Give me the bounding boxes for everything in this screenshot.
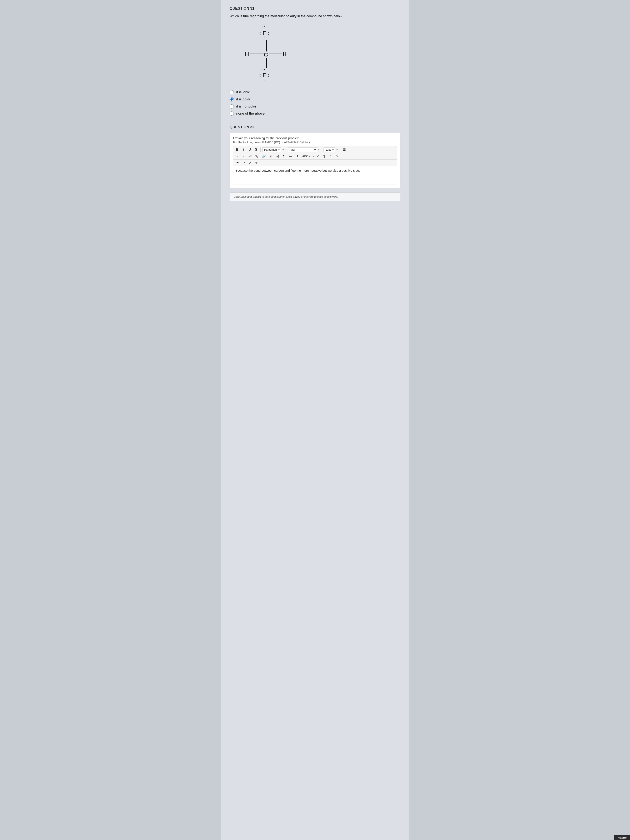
fontsize-chevron: ▾ [336,148,338,151]
subscript-button[interactable]: X₂ [254,154,260,158]
font-select[interactable]: Arial Times New Roman Courier New [288,147,317,152]
page-container: QUESTION 31 Which is true regarding the … [221,0,409,840]
choice-nonpolar[interactable]: it is nonpolar [230,104,400,109]
footer-bar: Click Save and Submit to save and submit… [230,193,400,201]
paragraph-chevron: ▾ [282,148,284,151]
svg-text:H: H [283,51,287,57]
svg-text:: F :: : F : [259,72,269,78]
radio-nonpolar[interactable] [230,104,234,109]
toolbar-separator-3 [322,147,322,152]
svg-text:•  •: • • [262,25,265,28]
svg-text:H: H [245,51,249,57]
radio-ionic[interactable] [230,90,234,95]
quotes-button[interactable]: ❝ [328,154,333,158]
label-polar: it is polar [236,97,250,101]
spellcheck-chevron: ▾ [313,155,314,158]
check-button[interactable]: ✓ [315,154,321,158]
show-blocks-button[interactable]: »¶ [275,154,281,158]
question-31-text: Which is true regarding the molecular po… [230,14,400,19]
radio-none[interactable] [230,112,234,115]
fontsize-select[interactable]: 10pt 12pt 14pt 16pt [324,147,335,152]
paragraph-select[interactable]: Paragraph Heading 1 Heading 2 [262,147,281,152]
q32-intro-text: Explain your reasoning for the previous … [233,136,397,140]
italic-button[interactable]: I [241,147,246,152]
list-button[interactable]: ☰ [342,147,347,152]
spellcheck-button[interactable]: ABC✓ [301,154,312,158]
indent-increase-button[interactable]: ≡ [241,154,246,158]
bold-button[interactable]: B [235,147,240,152]
choice-polar[interactable]: it is polar [230,97,400,101]
omega-button[interactable]: Ω [334,154,339,158]
footer-text: Click Save and Submit to save and submit… [234,195,338,198]
upload-button[interactable]: ⬆ [295,154,300,158]
radio-polar[interactable] [230,97,234,101]
toolbar-row-2: ≡ ≡ X² X₂ 🔗 🖼 »¶ ¶‹ — ⬆ ABC✓ ▾ ✓ ¶ ❝ Ω [233,153,397,159]
toolbar-hint: For the toolbar, press ALT+F10 (PC) or A… [233,141,397,144]
choice-none[interactable]: none of the above [230,112,400,115]
strikethrough-button[interactable]: S [253,147,259,152]
eye-button[interactable]: 👁 [235,160,240,165]
question-32-label: QUESTION 32 [230,125,400,129]
pilcrow2-button[interactable]: ¶ [322,154,327,158]
macbook-label: MacBo [618,836,627,839]
editor-toolbar: B I U S Paragraph Heading 1 Heading 2 ▾ … [233,146,397,166]
molecule-diagram: • • : F : • • C H H • • : F : • [242,23,296,85]
svg-text:•  •: • • [262,36,265,39]
answer-text: Because the bond between carbon and fluo… [235,169,360,172]
molecule-svg: • • : F : • • C H H • • : F : • [242,23,296,85]
add-button[interactable]: ⊕ [254,160,259,165]
toolbar-row-1: B I U S Paragraph Heading 1 Heading 2 ▾ … [233,146,397,153]
svg-text:•  •: • • [262,79,265,82]
underline-button[interactable]: U [247,147,253,152]
pilcrow-button[interactable]: ¶‹ [282,154,287,158]
answer-textarea[interactable]: Because the bond between carbon and fluo… [233,166,397,185]
choice-ionic[interactable]: it is ionic [230,90,400,95]
dash-button[interactable]: — [288,154,294,158]
svg-text:•  •: • • [262,68,265,71]
label-nonpolar: it is nonpolar [236,104,256,109]
indent-decrease-button[interactable]: ≡ [235,154,240,158]
help-button[interactable]: ? [241,160,247,165]
label-ionic: it is ionic [236,90,250,95]
question-32-section: Explain your reasoning for the previous … [230,133,400,188]
toolbar-row-3: 👁 ? ⤢ ⊕ [233,159,397,166]
question-31-label: QUESTION 31 [230,6,400,11]
macbook-bar: MacBo [614,835,630,840]
label-none: none of the above [236,112,265,115]
image-button[interactable]: 🖼 [268,154,274,158]
superscript-button[interactable]: X² [247,154,253,158]
answer-choices: it is ionic it is polar it is nonpolar n… [230,90,400,115]
font-chevron: ▾ [318,148,320,151]
svg-text:C: C [264,52,268,58]
link-button[interactable]: 🔗 [261,154,267,158]
expand-button[interactable]: ⤢ [248,160,253,165]
svg-text:: F :: : F : [259,30,269,36]
